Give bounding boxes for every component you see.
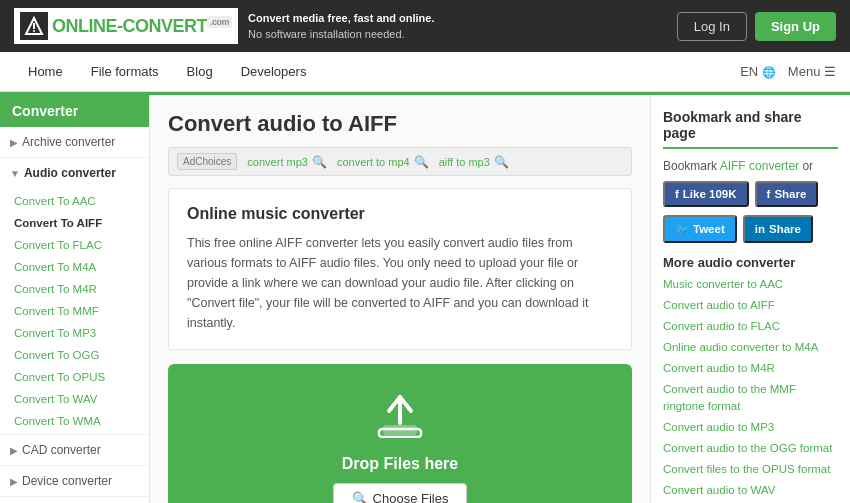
sidebar-document-header[interactable]: ▶ Document converter	[0, 497, 149, 503]
page-title: Convert audio to AIFF	[168, 111, 632, 137]
sidebar-item-opus[interactable]: Convert To OPUS	[0, 366, 149, 388]
twitter-tweet-button[interactable]: 🐦 Tweet	[663, 215, 737, 243]
nav-developers[interactable]: Developers	[227, 52, 321, 91]
language-selector[interactable]: EN 🌐	[740, 64, 776, 79]
right-sidebar-title: Bookmark and share page	[663, 109, 838, 149]
rs-link-2[interactable]: Convert audio to FLAC	[663, 318, 838, 334]
fb-share-icon: f	[767, 188, 771, 200]
ad-link-0[interactable]: convert mp3	[247, 156, 308, 168]
sidebar-audio-header[interactable]: ▼ Audio converter	[0, 158, 149, 188]
nav: Home File formats Blog Developers EN 🌐 M…	[0, 52, 850, 92]
rs-link-8[interactable]: Convert files to the OPUS format	[663, 461, 838, 477]
nav-left: Home File formats Blog Developers	[14, 52, 320, 91]
drop-text: Drop Files here	[187, 455, 613, 473]
upload-icon	[187, 393, 613, 447]
rs-link-4[interactable]: Convert audio to M4R	[663, 360, 838, 376]
sidebar-item-flac[interactable]: Convert To FLAC	[0, 234, 149, 256]
menu-button[interactable]: Menu ☰	[788, 64, 836, 79]
logo-icon	[20, 12, 48, 40]
converter-subtitle: Online music converter	[187, 205, 613, 223]
ad-search-icon-2: 🔍	[494, 155, 509, 169]
rs-link-1[interactable]: Convert audio to AIFF	[663, 297, 838, 313]
sidebar-item-wav[interactable]: Convert To WAV	[0, 388, 149, 410]
sidebar-title: Converter	[0, 95, 149, 127]
sidebar-archive-header[interactable]: ▶ Archive converter	[0, 127, 149, 157]
sidebar-item-mp3[interactable]: Convert To MP3	[0, 322, 149, 344]
logo-text: ONLINE-CONVERT.com	[52, 16, 232, 37]
bookmark-text: Bookmark AIFF converter or	[663, 159, 838, 173]
nav-home[interactable]: Home	[14, 52, 77, 91]
sidebar-section-cad: ▶ CAD converter	[0, 435, 149, 466]
rs-link-5[interactable]: Convert audio to the MMF ringtone format	[663, 381, 838, 413]
logo-box: ONLINE-CONVERT.com	[14, 8, 238, 44]
converter-box: Online music converter This free online …	[168, 188, 632, 350]
bookmark-link[interactable]: AIFF converter	[720, 159, 799, 173]
logo-area: ONLINE-CONVERT.com Convert media free, f…	[14, 8, 434, 44]
sidebar-item-aiff[interactable]: Convert To AIFF	[0, 212, 149, 234]
twitter-icon: 🐦	[675, 222, 689, 236]
rs-link-0[interactable]: Music converter to AAC	[663, 276, 838, 292]
choose-search-icon: 🔍	[352, 491, 368, 503]
sidebar-section-audio: ▼ Audio converter Convert To AAC Convert…	[0, 158, 149, 435]
header-tagline: Convert media free, fast and online. No …	[248, 10, 434, 43]
sidebar-item-wma[interactable]: Convert To WMA	[0, 410, 149, 432]
main-content: Convert audio to AIFF AdChoices convert …	[150, 95, 650, 503]
header-buttons: Log In Sign Up	[677, 12, 836, 41]
signup-button[interactable]: Sign Up	[755, 12, 836, 41]
fb-icon: f	[675, 188, 679, 200]
social-row-1: f Like 109K f Share	[663, 181, 838, 207]
sidebar-item-m4a[interactable]: Convert To M4A	[0, 256, 149, 278]
rs-link-3[interactable]: Online audio converter to M4A	[663, 339, 838, 355]
facebook-like-button[interactable]: f Like 109K	[663, 181, 749, 207]
globe-icon: 🌐	[762, 66, 776, 78]
ad-bar: AdChoices convert mp3 🔍 convert to mp4 🔍…	[168, 147, 632, 176]
login-button[interactable]: Log In	[677, 12, 747, 41]
linkedin-icon: in	[755, 223, 765, 235]
more-audio-title: More audio converter	[663, 255, 838, 270]
ad-link-1[interactable]: convert to mp4	[337, 156, 410, 168]
right-sidebar: Bookmark and share page Bookmark AIFF co…	[650, 95, 850, 503]
sidebar-section-document: ▶ Document converter	[0, 497, 149, 503]
choose-files-button[interactable]: 🔍 Choose Files	[333, 483, 468, 503]
ad-item-2: aiff to mp3 🔍	[439, 155, 509, 169]
ad-search-icon-1: 🔍	[414, 155, 429, 169]
header: ONLINE-CONVERT.com Convert media free, f…	[0, 0, 850, 52]
facebook-share-button[interactable]: f Share	[755, 181, 819, 207]
drop-zone[interactable]: Drop Files here 🔍 Choose Files 🔗 Enter U…	[168, 364, 632, 503]
converter-desc: This free online AIFF converter lets you…	[187, 233, 613, 333]
nav-blog[interactable]: Blog	[173, 52, 227, 91]
rs-link-7[interactable]: Convert audio to the OGG format	[663, 440, 838, 456]
sidebar-item-aac[interactable]: Convert To AAC	[0, 190, 149, 212]
ad-choices-tag[interactable]: AdChoices	[177, 153, 237, 170]
svg-point-2	[33, 30, 35, 32]
sidebar-device-header[interactable]: ▶ Device converter	[0, 466, 149, 496]
sidebar-section-archive: ▶ Archive converter	[0, 127, 149, 158]
sidebar-cad-header[interactable]: ▶ CAD converter	[0, 435, 149, 465]
rs-link-9[interactable]: Convert audio to WAV	[663, 482, 838, 498]
sidebar: Converter ▶ Archive converter ▼ Audio co…	[0, 95, 150, 503]
linkedin-share-button[interactable]: in Share	[743, 215, 813, 243]
rs-link-6[interactable]: Convert audio to MP3	[663, 419, 838, 435]
layout: Converter ▶ Archive converter ▼ Audio co…	[0, 95, 850, 503]
nav-file-formats[interactable]: File formats	[77, 52, 173, 91]
sidebar-item-mmf[interactable]: Convert To MMF	[0, 300, 149, 322]
ad-item-1: convert to mp4 🔍	[337, 155, 429, 169]
ad-link-2[interactable]: aiff to mp3	[439, 156, 490, 168]
sidebar-item-m4r[interactable]: Convert To M4R	[0, 278, 149, 300]
social-row-2: 🐦 Tweet in Share	[663, 215, 838, 243]
sidebar-section-device: ▶ Device converter	[0, 466, 149, 497]
sidebar-audio-sub: Convert To AAC Convert To AIFF Convert T…	[0, 188, 149, 434]
ad-search-icon-0: 🔍	[312, 155, 327, 169]
sidebar-item-ogg[interactable]: Convert To OGG	[0, 344, 149, 366]
nav-right: EN 🌐 Menu ☰	[740, 64, 836, 79]
ad-item-0: convert mp3 🔍	[247, 155, 327, 169]
